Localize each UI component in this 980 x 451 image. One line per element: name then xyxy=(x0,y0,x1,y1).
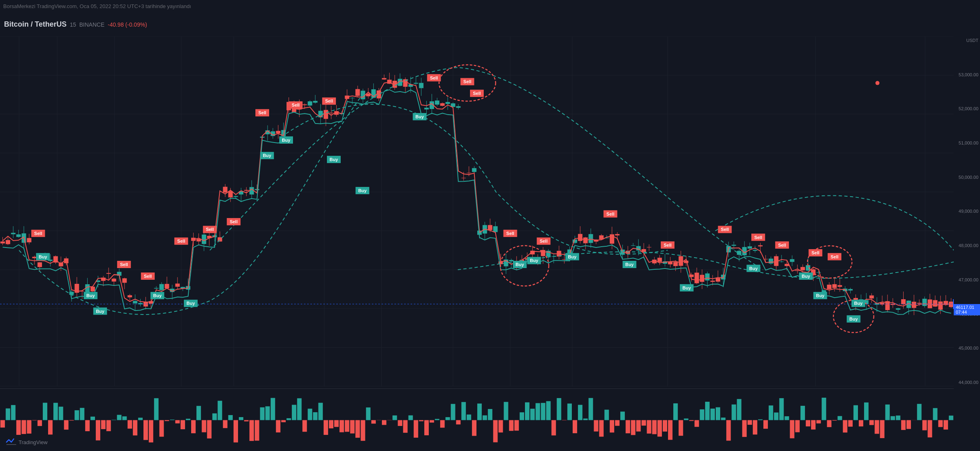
y-axis: USDT 53,000.00 52,000.00 51,000.00 50,00… xyxy=(954,36,980,386)
exchange-label: BINANCE xyxy=(79,21,104,28)
current-price-tag: 46117.01 07:44 xyxy=(954,304,980,315)
symbol-info: Bitcoin / TetherUS 15 BINANCE -40.98 (-0… xyxy=(4,20,147,29)
timeframe-label: 15 xyxy=(70,21,76,28)
watermark: BorsaMerkezi TradingView.com, Oca 05, 20… xyxy=(3,3,191,9)
price-change: -40.98 (-0.09%) xyxy=(108,21,147,28)
tv-icon xyxy=(5,436,16,448)
y-label-51k: 51,000.00 xyxy=(955,141,978,145)
tradingview-logo: TradingView xyxy=(5,436,48,448)
y-label-48k: 48,000.00 xyxy=(955,243,978,248)
y-label-45k: 45,000.00 xyxy=(955,346,978,350)
volume-canvas xyxy=(0,389,954,451)
y-label-53k: 53,000.00 xyxy=(955,72,978,77)
y-label-47k: 47,000.00 xyxy=(955,277,978,282)
y-label-52k: 52,000.00 xyxy=(955,106,978,111)
y-label-50k: 50,000.00 xyxy=(955,175,978,180)
main-chart-canvas xyxy=(0,36,954,386)
chart-container: BorsaMerkezi TradingView.com, Oca 05, 20… xyxy=(0,0,980,451)
y-label-49k: 49,000.00 xyxy=(955,209,978,214)
tv-label: TradingView xyxy=(19,439,48,445)
symbol-name: Bitcoin / TetherUS xyxy=(4,20,67,29)
y-label-44k: 44,000.00 xyxy=(955,380,978,385)
y-label-usdt: USDT xyxy=(955,38,978,43)
volume-area xyxy=(0,388,954,451)
chart-area xyxy=(0,36,954,386)
